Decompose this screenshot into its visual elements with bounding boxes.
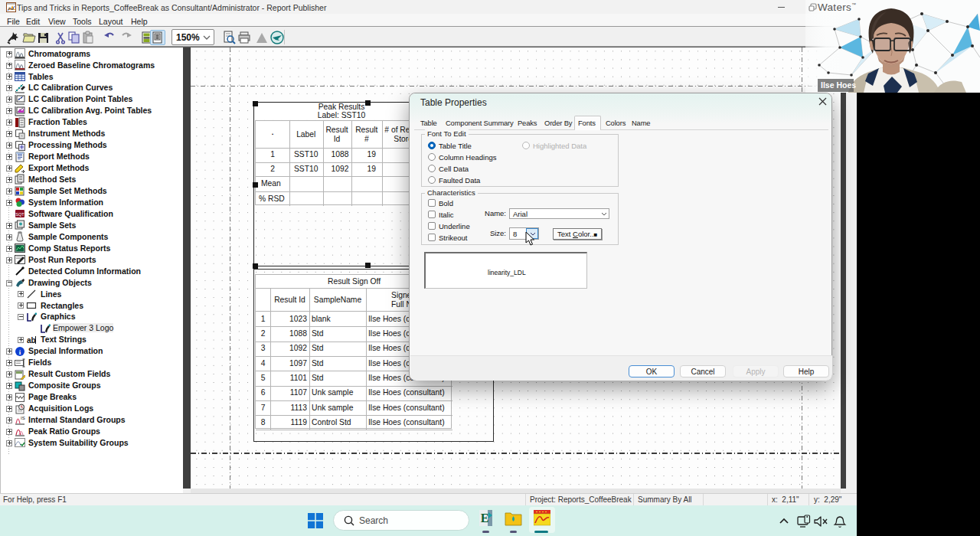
- svg-text:ab: ab: [27, 336, 36, 345]
- svg-text:SQT: SQT: [15, 212, 24, 217]
- svg-text:IS: IS: [21, 416, 25, 420]
- svg-text:E: E: [481, 511, 489, 525]
